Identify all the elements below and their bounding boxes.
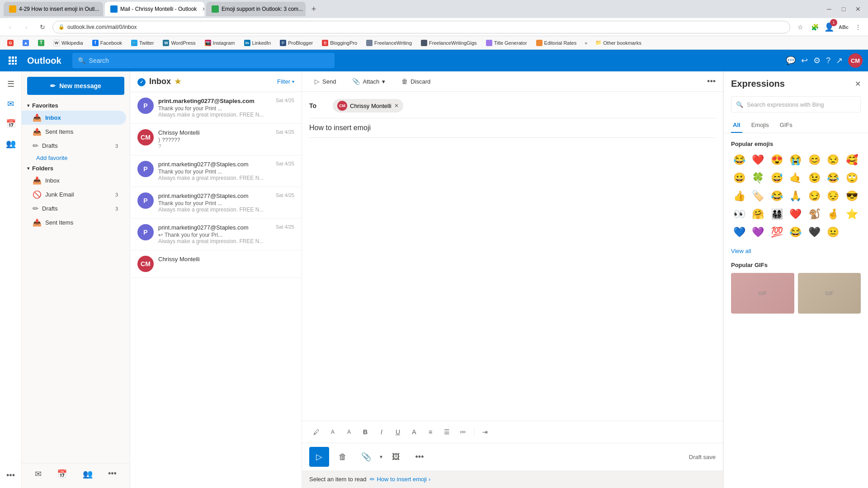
waffle-menu[interactable] [5, 53, 20, 68]
bookmark-wordpress[interactable]: W WordPress [159, 39, 199, 47]
minimize-button[interactable]: ─ [823, 3, 835, 15]
spell-check-button[interactable]: ABc [837, 21, 850, 33]
user-avatar[interactable]: CM [848, 53, 863, 68]
email-item-6[interactable]: CM Chrissy Montelli [130, 250, 302, 278]
other-bookmarks[interactable]: 📁 Other bookmarks [592, 39, 645, 47]
add-favorite-link[interactable]: Add favorite [22, 153, 130, 163]
emoji-neutral[interactable]: 😐 [825, 224, 841, 240]
expressions-close-button[interactable]: ✕ [855, 80, 861, 88]
emoji-purple-heart[interactable]: 💜 [750, 224, 766, 240]
compose-body-editor[interactable] [309, 143, 716, 413]
bookmark-star-button[interactable]: ☆ [794, 21, 807, 33]
gif-item-1[interactable]: GIF [731, 273, 794, 314]
reload-button[interactable]: ↻ [36, 21, 49, 33]
font-size-button[interactable]: A [326, 425, 340, 439]
sidebar-drafts[interactable]: ✏ Drafts 3 [22, 139, 126, 153]
underline-button[interactable]: U [391, 425, 405, 439]
bookmark-editorial[interactable]: Editorial Rates [533, 39, 580, 47]
discard-button[interactable]: 🗑 Discard [396, 75, 436, 88]
bold-button[interactable]: B [358, 425, 373, 439]
people-nav-icon[interactable]: 👥 [2, 135, 20, 153]
favorites-section-header[interactable]: ▾ Favorites [22, 100, 130, 111]
mail-bottom-icon[interactable]: ✉ [35, 469, 42, 479]
bookmark-freelancewriting[interactable]: FreelanceWriting [363, 39, 415, 47]
new-message-button[interactable]: ✏ New message [27, 77, 124, 95]
tab2-close[interactable]: ✕ [202, 6, 204, 12]
emoji-pensive[interactable]: 😔 [825, 188, 841, 204]
emoji-families[interactable]: 👨‍👩‍👧‍👦 [769, 206, 785, 222]
new-tab-button[interactable]: + [307, 3, 320, 15]
image-button[interactable]: 🖼 [386, 447, 406, 467]
emoji-heart-eyes[interactable]: 😍 [769, 152, 785, 168]
feedback-button[interactable]: ↩ [801, 56, 808, 66]
bookmark-bloggingpro[interactable]: B BloggingPro [318, 39, 361, 47]
view-all-link[interactable]: View all [731, 248, 861, 254]
attach-action-button[interactable]: 📎 [356, 447, 376, 467]
emoji-sweat-smile[interactable]: 😅 [769, 170, 785, 186]
calendar-nav-icon[interactable]: 📅 [2, 115, 20, 133]
email-item-1[interactable]: P print.marketing0277@Staples.com Thank … [130, 92, 302, 124]
emoji-eyes[interactable]: 👀 [731, 206, 747, 222]
emoji-heart[interactable]: ❤️ [750, 152, 766, 168]
emoji-eye-roll[interactable]: 🙄 [844, 170, 860, 186]
more-nav-icon[interactable]: ••• [2, 466, 20, 484]
bookmark-facebook[interactable]: f Facebook [89, 39, 126, 47]
bookmark-twitter[interactable]: 🐦 Twitter [127, 39, 157, 47]
send-button[interactable]: ▷ Send [309, 75, 341, 88]
unordered-list-button[interactable]: ☰ [439, 425, 454, 439]
tab-3[interactable]: Emoji support in Outlook: 3 com... ✕ [206, 2, 306, 16]
emoji-smile[interactable]: 😊 [806, 152, 822, 168]
emoji-red-heart2[interactable]: ❤️ [788, 206, 804, 222]
tab-gifs[interactable]: GIFs [778, 118, 794, 133]
close-window-button[interactable]: ✕ [852, 3, 864, 15]
emoji-grin[interactable]: 😀 [731, 170, 747, 186]
profile-button[interactable]: 👤 1 [823, 21, 835, 33]
italic-button[interactable]: I [374, 425, 389, 439]
bookmark-gmail[interactable]: G [4, 39, 17, 47]
skype-button[interactable]: 💬 [786, 56, 796, 66]
emoji-smirk[interactable]: 😏 [806, 188, 822, 204]
emoji-black-heart[interactable]: 🖤 [806, 224, 822, 240]
emoji-joy2[interactable]: 😂 [825, 170, 841, 186]
people-bottom-icon[interactable]: 👥 [83, 469, 93, 479]
ordered-list-button[interactable]: ≔ [456, 425, 470, 439]
emoji-100[interactable]: 💯 [769, 224, 785, 240]
bookmark-instagram[interactable]: 📷 Instagram [201, 39, 239, 47]
text-color-button[interactable]: A [407, 425, 421, 439]
help-button[interactable]: ? [826, 56, 830, 66]
emoji-sunglasses[interactable]: 😎 [844, 188, 860, 204]
more-bottom-icon[interactable]: ••• [108, 469, 117, 479]
expressions-search-bar[interactable]: 🔍 Search expressions with Bing [731, 96, 861, 113]
back-button[interactable]: ‹ [4, 21, 16, 33]
sidebar-folder-drafts[interactable]: ✏ Drafts 3 [22, 202, 126, 216]
emoji-tag[interactable]: 🏷️ [750, 188, 766, 204]
sidebar-folder-sent[interactable]: 📤 Sent Items [22, 216, 126, 230]
more-actions-button[interactable]: ••• [410, 447, 429, 467]
browser-menu-button[interactable]: ⋮ [852, 21, 864, 33]
emoji-call-me[interactable]: 🤙 [788, 170, 804, 186]
tab-2[interactable]: Mail - Chrissy Montelli - Outlook ✕ [105, 2, 204, 16]
share-button[interactable]: ↗ [836, 56, 843, 66]
indent-button[interactable]: ⇥ [478, 425, 492, 439]
text-align-button[interactable]: ≡ [423, 425, 438, 439]
bookmark-drive[interactable]: ▲ [19, 39, 33, 47]
settings-button[interactable]: ⚙ [813, 56, 821, 66]
remove-recipient-button[interactable]: ✕ [394, 103, 399, 109]
emoji-unamused[interactable]: 😒 [825, 152, 841, 168]
tab-emojis[interactable]: Emojis [750, 118, 771, 133]
tab-1[interactable]: 4-29 How to insert emoji in Outl... ✕ [4, 2, 103, 16]
compose-subject-field[interactable] [309, 124, 716, 138]
forward-button[interactable]: › [20, 21, 33, 33]
emoji-star[interactable]: ⭐ [844, 206, 860, 222]
emoji-cry[interactable]: 😭 [788, 152, 804, 168]
recipient-chip[interactable]: CM Chrissy Montelli ✕ [333, 99, 403, 113]
emoji-smiling-hearts[interactable]: 🥰 [844, 152, 860, 168]
calendar-bottom-icon[interactable]: 📅 [57, 469, 67, 479]
emoji-laughing[interactable]: 😂 [731, 152, 747, 168]
bookmarks-more[interactable]: » [582, 39, 590, 47]
sidebar-folder-junk[interactable]: 🚫 Junk Email 3 [22, 188, 126, 202]
email-item-5[interactable]: P print.marketing0277@Staples.com ↩ Than… [130, 219, 302, 250]
email-item-4[interactable]: P print.marketing0277@Staples.com Thank … [130, 187, 302, 219]
emoji-blue-heart[interactable]: 💙 [731, 224, 747, 240]
tab-all[interactable]: All [731, 118, 742, 133]
